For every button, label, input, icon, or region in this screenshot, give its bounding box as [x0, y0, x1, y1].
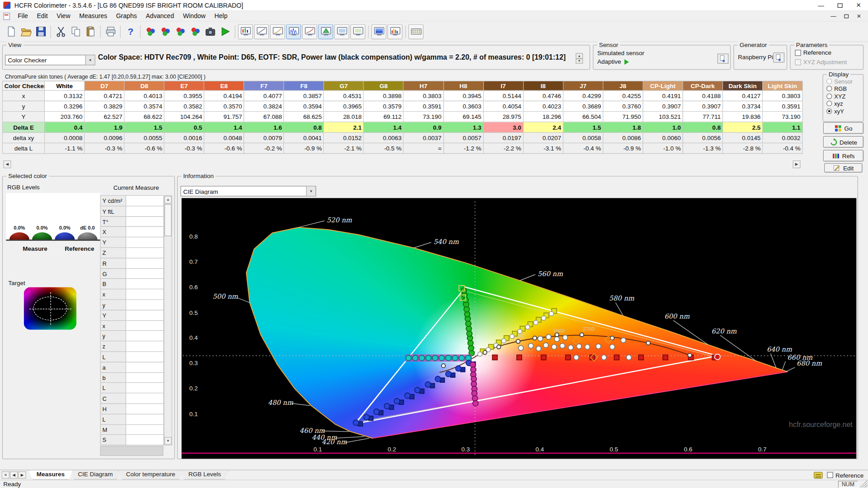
table-cell[interactable]: -0.9 % [603, 143, 643, 154]
toolbar-view-monitor2-button[interactable] [350, 24, 365, 39]
table-cell[interactable]: 1.0 [643, 122, 683, 133]
measure-row-value[interactable] [126, 404, 164, 414]
table-cell[interactable]: 0.3945 [443, 91, 483, 101]
table-cell[interactable]: 0.4054 [484, 101, 524, 112]
table-cell[interactable]: 0.3734 [723, 101, 763, 112]
table-cell[interactable]: 2.5 [723, 122, 763, 133]
close-button[interactable]: ✕ [849, 0, 868, 10]
toolbar-view-gamma-button[interactable] [270, 24, 285, 39]
table-cell[interactable]: 0.3579 [364, 101, 404, 112]
table-cell[interactable]: 71.950 [603, 112, 643, 122]
tab-measures[interactable]: Measures [28, 470, 73, 480]
table-cell[interactable]: 91.757 [204, 112, 244, 122]
toolbar-measure-saturations-button[interactable] [188, 24, 203, 39]
sensor-config-button[interactable] [717, 54, 728, 64]
table-cell[interactable]: 0.3570 [204, 101, 244, 112]
table-cell[interactable]: 0.0057 [443, 133, 483, 143]
table-cell[interactable]: 77.711 [683, 112, 723, 122]
column-header-white[interactable]: White [45, 81, 85, 91]
toolbar-cut-button[interactable] [53, 24, 68, 39]
toolbar-start-measure-button[interactable] [217, 24, 232, 39]
toolbar-copy-button[interactable] [68, 24, 83, 39]
tab-close-button[interactable]: ✕ [2, 471, 9, 479]
table-cell[interactable]: -0.2 % [244, 143, 284, 154]
display-option-xyz[interactable]: XYZ [826, 92, 863, 100]
measure-row-value[interactable] [126, 290, 164, 300]
table-cell[interactable]: -2.8 % [723, 143, 763, 154]
measure-row-value[interactable] [126, 238, 164, 248]
statusbar-reference-checkbox[interactable] [827, 472, 833, 478]
table-cell[interactable]: -2.1 % [324, 143, 364, 154]
toolbar-measure-grayscale-button[interactable] [143, 24, 158, 39]
table-cell[interactable]: 0.0207 [524, 133, 563, 143]
tab-scroll-left-button[interactable]: ◀ [10, 471, 18, 479]
column-header-h7[interactable]: H7 [404, 81, 443, 91]
table-scroll-left-button[interactable]: ◀ [3, 160, 11, 168]
measure-row-value[interactable] [126, 248, 164, 258]
table-cell[interactable]: 0.8 [683, 122, 723, 133]
resize-grip[interactable] [860, 480, 868, 488]
table-cell[interactable]: 18.296 [524, 112, 563, 122]
table-cell[interactable]: 0.3857 [284, 91, 324, 101]
table-cell[interactable]: 0.0032 [763, 133, 802, 143]
tab-color-temperature[interactable]: Color temperature [118, 470, 183, 480]
table-cell[interactable]: 69.112 [364, 112, 404, 122]
measure-row-value[interactable] [126, 321, 164, 331]
measure-row-value[interactable] [126, 331, 164, 342]
table-cell[interactable]: 68.622 [125, 112, 165, 122]
table-cell[interactable]: 0.0152 [324, 133, 364, 143]
toolbar-keyboard-button[interactable] [409, 24, 424, 39]
measure-row-value[interactable] [126, 414, 164, 425]
measure-row-value[interactable] [126, 373, 164, 383]
display-option-xyz[interactable]: xyz [826, 100, 863, 108]
table-cell[interactable]: -1.2 % [443, 143, 483, 154]
toolbar-measure-secondaries-button[interactable] [173, 24, 188, 39]
measure-row-value[interactable] [126, 279, 164, 290]
toolbar-view-grayscale-button[interactable] [254, 24, 269, 39]
table-cell[interactable]: -3.1 % [524, 143, 563, 154]
column-header-cp-light[interactable]: CP-Light [643, 81, 683, 91]
table-cell[interactable]: 0.3689 [563, 101, 603, 112]
table-cell[interactable]: 0.0145 [723, 133, 763, 143]
information-combo[interactable]: CIE Diagram ▼ [180, 186, 316, 196]
table-cell[interactable]: 0.3907 [643, 101, 683, 112]
measure-row-value[interactable] [126, 435, 164, 446]
table-cell[interactable]: 0.9 [404, 122, 443, 133]
tab-cie-diagram[interactable]: CIE Diagram [70, 470, 121, 480]
view-combo[interactable]: Color Checker ▼ [5, 55, 95, 65]
table-cell[interactable]: 1.6 [244, 122, 284, 133]
table-cell[interactable]: 104.264 [165, 112, 204, 122]
radio-icon[interactable] [826, 101, 832, 106]
refs-button[interactable]: Refs [823, 150, 863, 162]
toolbar-snapshot-button[interactable] [203, 24, 217, 39]
table-cell[interactable]: 0.0008 [45, 133, 85, 143]
toolbar-about-button[interactable]: ? [123, 24, 138, 39]
table-cell[interactable]: 0.4 [45, 122, 85, 133]
table-cell[interactable]: 0.3296 [45, 101, 85, 112]
column-header-f7[interactable]: F7 [244, 81, 284, 91]
table-cell[interactable]: 0.4531 [324, 91, 364, 101]
table-cell[interactable]: -0.5 % [364, 143, 404, 154]
table-cell[interactable]: 0.3594 [284, 101, 324, 112]
table-cell[interactable]: 0.4188 [683, 91, 723, 101]
table-cell[interactable]: 73.190 [404, 112, 443, 122]
measure-row-value[interactable] [126, 394, 164, 404]
table-cell[interactable]: 0.5144 [484, 91, 524, 101]
table-cell[interactable]: 0.3591 [404, 101, 443, 112]
column-header-j8[interactable]: J8 [603, 81, 643, 91]
table-cell[interactable]: 0.0197 [484, 133, 524, 143]
table-cell[interactable]: 0.8 [284, 122, 324, 133]
column-header-h8[interactable]: H8 [443, 81, 483, 91]
table-cell[interactable]: 0.4299 [563, 91, 603, 101]
table-cell[interactable]: 103.521 [643, 112, 683, 122]
column-header-d8[interactable]: D8 [125, 81, 165, 91]
table-cell[interactable]: 1.9 [85, 122, 124, 133]
menu-advanced[interactable]: Advanced [142, 12, 179, 21]
table-cell[interactable]: 0.0096 [85, 133, 124, 143]
measure-row-value[interactable] [126, 352, 164, 362]
table-cell[interactable]: -0.6 % [125, 143, 165, 154]
table-cell[interactable]: -0.4 % [763, 143, 802, 154]
table-cell[interactable]: 0.3829 [85, 101, 124, 112]
table-cell[interactable]: 62.527 [85, 112, 124, 122]
table-cell[interactable]: 0.3574 [125, 101, 165, 112]
